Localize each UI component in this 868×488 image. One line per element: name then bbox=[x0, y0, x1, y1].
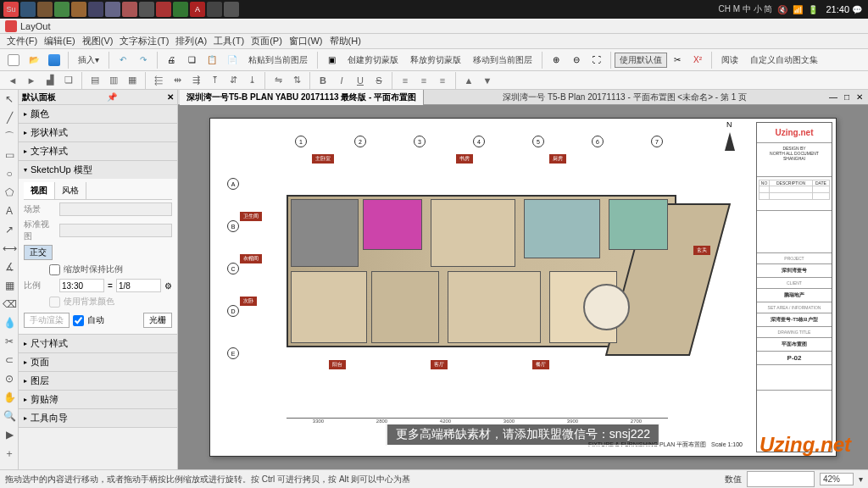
tray-icon[interactable]: 📶 bbox=[793, 5, 803, 14]
taskbar-app-icon[interactable] bbox=[122, 2, 137, 17]
autotext-button[interactable]: 自定义自动图文集 bbox=[744, 52, 824, 69]
release-mask-button[interactable]: 释放剪切蒙版 bbox=[404, 52, 467, 69]
open-button[interactable]: 📂 bbox=[25, 51, 43, 69]
align-center-button[interactable]: ⇹ bbox=[169, 73, 186, 88]
align-bot-button[interactable]: ⤓ bbox=[243, 73, 260, 88]
align-right-button[interactable]: ⇶ bbox=[187, 73, 204, 88]
section-layers[interactable]: 图层 bbox=[19, 372, 177, 390]
gear-icon[interactable]: ⚙ bbox=[164, 281, 172, 291]
taskbar-app-icon[interactable] bbox=[224, 2, 239, 17]
page-dup-button[interactable]: ❏ bbox=[60, 73, 77, 88]
section-sketchup[interactable]: SketchUp 模型 bbox=[19, 161, 177, 179]
notification-icon[interactable]: 💬 bbox=[852, 5, 862, 14]
section-scrapbook[interactable]: 剪贴簿 bbox=[19, 391, 177, 408]
bold-button[interactable]: B bbox=[314, 73, 331, 88]
menu-help[interactable]: 帮助(H) bbox=[326, 33, 364, 49]
mask-button[interactable]: ▣ bbox=[322, 51, 341, 69]
zoom-tool[interactable]: 🔍 bbox=[1, 408, 18, 424]
tray-icon[interactable]: 🔋 bbox=[808, 5, 818, 14]
taskbar-app-icon[interactable] bbox=[105, 2, 120, 17]
page-next-button[interactable]: ► bbox=[23, 73, 40, 88]
stdview-select[interactable] bbox=[59, 224, 172, 237]
menu-edit[interactable]: 编辑(E) bbox=[41, 33, 79, 49]
new-button[interactable] bbox=[4, 51, 23, 69]
save-button[interactable] bbox=[45, 51, 64, 69]
arc-tool[interactable]: ⌒ bbox=[1, 128, 18, 145]
tab-view[interactable]: 视图 bbox=[24, 182, 55, 199]
label-tool[interactable]: ↗ bbox=[1, 221, 18, 238]
section-text[interactable]: 文字样式 bbox=[19, 142, 177, 160]
taskbar-app-icon[interactable] bbox=[88, 2, 103, 17]
zoom-in-button[interactable]: ⊕ bbox=[547, 51, 565, 69]
tab-style[interactable]: 风格 bbox=[55, 182, 86, 199]
menu-arrange[interactable]: 排列(A) bbox=[172, 33, 210, 49]
xsup-button[interactable]: X² bbox=[688, 51, 707, 69]
style-tool[interactable]: 💧 bbox=[1, 314, 18, 331]
pan-tool[interactable]: ✋ bbox=[1, 389, 18, 406]
clock[interactable]: 21:40 bbox=[826, 4, 849, 14]
select-tool[interactable]: ↖ bbox=[1, 91, 18, 108]
flip-v-button[interactable]: ⇅ bbox=[288, 73, 305, 88]
create-mask-button[interactable]: 创建剪切蒙版 bbox=[342, 52, 404, 69]
taskbar-app-icon[interactable] bbox=[139, 2, 154, 17]
page-prev-button[interactable]: ◄ bbox=[4, 73, 21, 88]
section-shape[interactable]: 形状样式 bbox=[19, 124, 177, 141]
taskbar-app-icon[interactable] bbox=[173, 2, 188, 17]
scene-select[interactable] bbox=[59, 202, 172, 216]
send-back-button[interactable]: ▼ bbox=[479, 73, 496, 88]
align-left-button[interactable]: ⬱ bbox=[150, 73, 167, 88]
menu-text[interactable]: 文字标注(T) bbox=[116, 33, 172, 49]
angle-tool[interactable]: ∡ bbox=[1, 258, 18, 275]
paste-button[interactable]: 📄 bbox=[223, 51, 242, 69]
split-tool[interactable]: ✂ bbox=[1, 333, 18, 350]
menu-view[interactable]: 视图(V) bbox=[79, 33, 117, 49]
dup-button[interactable]: ❏ bbox=[182, 51, 201, 69]
zoom-out-button[interactable]: ⊖ bbox=[567, 51, 586, 69]
close-icon[interactable]: ✕ bbox=[167, 92, 174, 102]
menu-window[interactable]: 窗口(W) bbox=[286, 33, 326, 49]
rect-tool[interactable]: ▭ bbox=[1, 147, 18, 164]
print-button[interactable]: 🖨 bbox=[162, 51, 181, 69]
ratio-b-input[interactable] bbox=[116, 279, 161, 292]
section-instructor[interactable]: 工具向导 bbox=[19, 409, 177, 427]
paste-layer-button[interactable]: 粘贴到当前图层 bbox=[242, 52, 314, 69]
layer-a-button[interactable]: ▤ bbox=[86, 73, 103, 88]
scissors-button[interactable]: ✂ bbox=[668, 51, 687, 69]
section-dim[interactable]: 尺寸样式 bbox=[19, 335, 177, 352]
align-top-button[interactable]: ⤒ bbox=[206, 73, 223, 88]
taskbar-app-icon[interactable]: A bbox=[190, 2, 205, 17]
page-add-button[interactable]: ▟ bbox=[42, 73, 58, 88]
text-right-button[interactable]: ≡ bbox=[434, 73, 451, 88]
taskbar-app-icon[interactable] bbox=[207, 2, 222, 17]
page-add-tool[interactable]: ＋ bbox=[1, 445, 18, 462]
document-tab[interactable]: 深圳湾一号T5-B PLAN YABU 20171113 最终版 - 平面布置图 bbox=[180, 90, 424, 105]
layer-c-button[interactable]: ▦ bbox=[124, 73, 141, 88]
menu-tools[interactable]: 工具(T) bbox=[210, 33, 248, 49]
drawing-canvas[interactable]: Uzing.net DESIGN BYNORTH ALL DOCUMENTSHA… bbox=[178, 105, 868, 469]
read-button[interactable]: 阅读 bbox=[715, 52, 744, 69]
use-default-button[interactable]: 使用默认值 bbox=[615, 53, 667, 68]
pin-icon[interactable]: 📌 bbox=[107, 92, 117, 102]
offset-tool[interactable]: ⊙ bbox=[1, 370, 18, 387]
tray-header[interactable]: 默认面板 📌 ✕ bbox=[19, 90, 177, 105]
text-left-button[interactable]: ≡ bbox=[397, 73, 414, 88]
auto-checkbox[interactable] bbox=[73, 315, 84, 326]
bring-front-button[interactable]: ▲ bbox=[460, 73, 477, 88]
text-center-button[interactable]: ≡ bbox=[415, 73, 432, 88]
align-mid-button[interactable]: ⇵ bbox=[225, 73, 242, 88]
raster-button[interactable]: 光栅 bbox=[143, 313, 172, 328]
ratio-a-input[interactable] bbox=[59, 279, 104, 292]
move-layer-button[interactable]: 移动到当前图层 bbox=[467, 52, 538, 69]
floor-plan[interactable]: 1 2 3 4 5 6 7 A B C D E bbox=[261, 161, 719, 398]
zoom-fit-button[interactable]: ⛶ bbox=[587, 51, 606, 69]
ortho-button[interactable]: 正交 bbox=[24, 245, 53, 260]
taskbar-app-icon[interactable] bbox=[71, 2, 86, 17]
tray-icon[interactable]: 🔇 bbox=[777, 5, 787, 14]
join-tool[interactable]: ⊂ bbox=[1, 352, 18, 369]
polygon-tool[interactable]: ⬠ bbox=[1, 184, 18, 201]
text-tool[interactable]: A bbox=[1, 202, 18, 219]
close-doc-icon[interactable]: ✕ bbox=[853, 92, 866, 102]
ime-indicator[interactable]: CH M 中 小 简 bbox=[719, 3, 773, 15]
table-tool[interactable]: ▦ bbox=[1, 277, 18, 294]
preserve-scale-checkbox[interactable] bbox=[49, 264, 60, 275]
